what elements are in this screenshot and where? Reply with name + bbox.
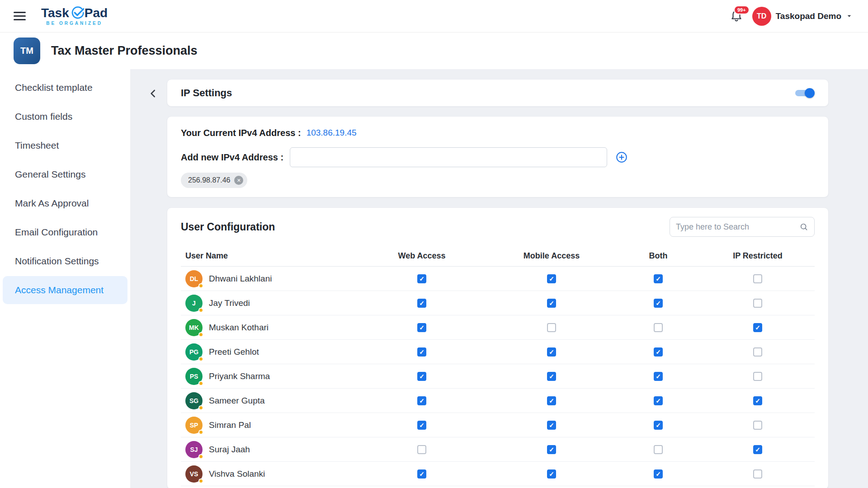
checkbox-web[interactable] (417, 396, 426, 405)
notifications-button[interactable]: 99+ (730, 9, 743, 24)
user-avatar: MK (185, 319, 203, 336)
search-icon (799, 222, 808, 231)
checkbox-cell (701, 274, 815, 283)
checkbox-ip-restricted[interactable] (753, 274, 762, 283)
user-configuration-card: User Configuration User NameWeb AccessMo… (167, 207, 829, 488)
checkbox-both[interactable] (654, 274, 663, 283)
checkbox-mobile[interactable] (547, 421, 556, 430)
user-name-cell: MKMuskan Kothari (181, 319, 356, 336)
checkbox-both[interactable] (654, 396, 663, 405)
checkbox-mobile[interactable] (547, 372, 556, 381)
user-avatar: DL (185, 270, 203, 287)
user-row: VSVishva Solanki (181, 462, 815, 486)
column-header-ip-restricted: IP Restricted (701, 251, 815, 261)
checkbox-cell (616, 372, 701, 381)
checkbox-web[interactable] (417, 421, 426, 430)
checkbox-both[interactable] (654, 372, 663, 381)
sidebar-item-checklist-template[interactable]: Checklist template (3, 74, 127, 102)
sidebar-item-notification-settings[interactable]: Notification Settings (3, 247, 127, 275)
add-ip-button[interactable] (615, 151, 628, 164)
checkbox-web[interactable] (417, 445, 426, 454)
user-row: MKMuskan Kothari (181, 315, 815, 340)
sidebar-item-custom-fields[interactable]: Custom fields (3, 103, 127, 131)
checkbox-ip-restricted[interactable] (753, 445, 762, 454)
checkbox-cell (487, 445, 616, 454)
checkbox-ip-restricted[interactable] (753, 323, 762, 332)
user-name: Vishva Solanki (209, 469, 265, 479)
status-dot (198, 430, 203, 435)
checkbox-web[interactable] (417, 469, 426, 479)
add-ip-label: Add new IPv4 Address : (181, 152, 283, 163)
checkbox-ip-restricted[interactable] (753, 299, 762, 308)
checkbox-mobile[interactable] (547, 299, 556, 308)
sidebar-item-mark-as-approval[interactable]: Mark As Approval (3, 189, 127, 217)
checkbox-ip-restricted[interactable] (753, 372, 762, 381)
checkbox-both[interactable] (654, 421, 663, 430)
checkbox-cell (616, 323, 701, 332)
checkbox-cell (616, 421, 701, 430)
account-avatar: TD (752, 7, 771, 26)
add-ip-row: Add new IPv4 Address : (181, 147, 815, 167)
sidebar-item-general-settings[interactable]: General Settings (3, 160, 127, 188)
search-input[interactable] (676, 222, 799, 232)
checkbox-cell (487, 372, 616, 381)
remove-ip-chip-icon[interactable]: ✕ (234, 176, 243, 185)
checkbox-web[interactable] (417, 347, 426, 357)
checkbox-ip-restricted[interactable] (753, 347, 762, 357)
checkbox-cell (701, 421, 815, 430)
checkbox-mobile[interactable] (547, 396, 556, 405)
account-menu[interactable]: TD Taskopad Demo (752, 7, 853, 26)
checkbox-mobile[interactable] (547, 469, 556, 479)
user-name-cell: DLDhwani Lakhlani (181, 270, 356, 287)
table-body: DLDhwani LakhlaniJJay TrivediMKMuskan Ko… (181, 267, 815, 486)
checkbox-both[interactable] (654, 469, 663, 479)
user-config-header: User Configuration (181, 208, 815, 246)
user-name: Jay Trivedi (209, 298, 250, 308)
column-header-mobile-access: Mobile Access (487, 251, 616, 261)
current-ip-row: Your Current IPv4 Address : 103.86.19.45 (181, 127, 815, 139)
checkbox-both[interactable] (654, 299, 663, 308)
checkbox-web[interactable] (417, 274, 426, 283)
user-row: DLDhwani Lakhlani (181, 267, 815, 291)
checkbox-mobile[interactable] (547, 445, 556, 454)
checkbox-mobile[interactable] (547, 274, 556, 283)
checkbox-ip-restricted[interactable] (753, 469, 762, 479)
checkbox-ip-restricted[interactable] (753, 421, 762, 430)
user-row: PSPriyank Sharma (181, 364, 815, 389)
user-name-cell: SGSameer Gupta (181, 392, 356, 409)
checkbox-web[interactable] (417, 299, 426, 308)
sidebar-item-email-configuration[interactable]: Email Configuration (3, 218, 127, 246)
checkbox-ip-restricted[interactable] (753, 396, 762, 405)
user-name: Simran Pal (209, 420, 251, 430)
logo-tagline: BE ORGANIZED (46, 21, 103, 26)
toggle-knob (805, 88, 815, 98)
new-ip-input[interactable] (290, 147, 607, 167)
user-name-cell: VSVishva Solanki (181, 465, 356, 483)
checkbox-both[interactable] (654, 347, 663, 357)
sidebar-item-timesheet[interactable]: Timesheet (3, 131, 127, 160)
user-avatar: SP (185, 417, 203, 434)
menu-icon[interactable] (12, 10, 28, 22)
checkbox-both[interactable] (654, 323, 663, 332)
ip-settings-toggle[interactable] (794, 88, 815, 98)
checkbox-cell (356, 274, 487, 283)
ip-settings-title: IP Settings (181, 87, 232, 99)
user-name-cell: JJay Trivedi (181, 295, 356, 312)
user-avatar: PS (185, 368, 203, 385)
checkbox-cell (616, 274, 701, 283)
app-logo[interactable]: Task Pad BE ORGANIZED (41, 6, 108, 26)
user-row: JJay Trivedi (181, 291, 815, 315)
main-content: IP Settings Your Current IPv4 Address : … (130, 69, 868, 488)
current-ip-value[interactable]: 103.86.19.45 (307, 128, 357, 138)
checkbox-web[interactable] (417, 323, 426, 332)
checkbox-mobile[interactable] (547, 323, 556, 332)
org-bar: TM Tax Master Professionals (0, 33, 868, 69)
chevron-left-icon (147, 88, 159, 99)
checkbox-cell (616, 469, 701, 479)
user-avatar: VS (185, 465, 203, 483)
checkbox-both[interactable] (654, 445, 663, 454)
sidebar-item-access-management[interactable]: Access Management (3, 276, 127, 304)
checkbox-mobile[interactable] (547, 347, 556, 357)
back-button[interactable] (146, 86, 161, 101)
checkbox-web[interactable] (417, 372, 426, 381)
